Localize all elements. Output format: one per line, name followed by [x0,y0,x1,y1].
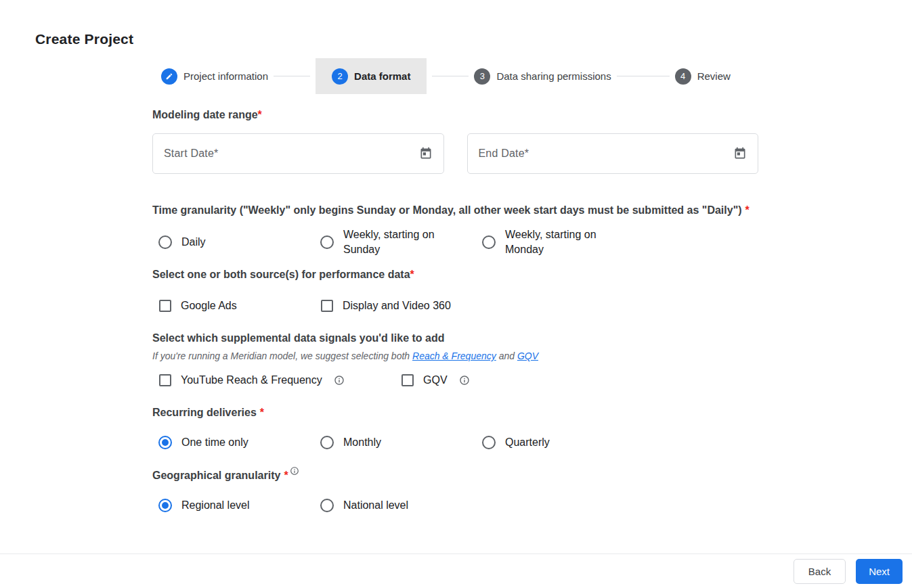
checkbox-label: GQV [423,373,448,388]
step-data-sharing-permissions[interactable]: 3 Data sharing permissions [474,68,611,85]
back-button[interactable]: Back [794,559,846,584]
checkbox-label: Display and Video 360 [343,298,451,313]
step-number-badge: 4 [675,68,691,85]
performance-sources-label: Select one or both source(s) for perform… [152,265,758,284]
radio-label: Regional level [181,498,250,513]
radio-weekly-monday[interactable]: Weekly, starting on Monday [482,227,758,257]
checkbox-gqv[interactable]: GQV [401,372,758,388]
step-number-badge: 3 [474,68,490,85]
start-date-placeholder: Start Date* [164,148,218,160]
time-granularity-label: Time granularity ("Weekly" only begins S… [152,201,758,219]
radio-label: National level [343,498,408,513]
performance-sources-options: Google Ads Display and Video 360 [152,298,758,314]
radio-icon[interactable] [320,499,334,512]
radio-icon[interactable] [320,436,334,449]
radio-label: Weekly, starting on Monday [505,227,615,257]
radio-daily[interactable]: Daily [158,234,320,250]
radio-label: Weekly, starting on Sunday [343,227,453,257]
step-label: Project information [183,70,268,82]
step-project-information[interactable]: Project information [161,68,268,85]
required-asterisk: * [284,470,288,481]
data-format-form: Modeling date range* Start Date* End Dat… [152,106,758,514]
supplemental-signals-hint: If you're running a Meridian model, we s… [152,350,758,361]
required-asterisk: * [745,204,750,216]
step-connector [274,76,310,76]
page-title: Create Project [35,31,912,47]
time-granularity-options: Daily Weekly, starting on Sunday Weekly,… [152,227,758,257]
radio-weekly-sunday[interactable]: Weekly, starting on Sunday [320,227,482,257]
supplemental-signals-options: YouTube Reach & Frequency GQV [152,372,758,388]
required-asterisk: * [410,269,414,280]
radio-label: Daily [181,235,206,250]
start-date-input[interactable]: Start Date* [152,133,444,174]
wizard-footer: Back Next [0,553,912,588]
checkbox-display-video-360[interactable]: Display and Video 360 [321,298,483,314]
info-icon[interactable] [334,375,345,386]
calendar-icon[interactable] [733,147,747,160]
radio-label: Quarterly [505,435,550,450]
radio-label: One time only [181,435,248,450]
geographical-granularity-label: Geographical granularity* [152,466,758,484]
reach-frequency-link[interactable]: Reach & Frequency [412,350,496,361]
info-icon[interactable] [459,375,470,386]
edit-pencil-icon [161,68,177,85]
radio-icon[interactable] [158,436,172,449]
end-date-input[interactable]: End Date* [467,133,759,174]
radio-one-time-only[interactable]: One time only [158,434,320,451]
calendar-icon[interactable] [419,147,433,160]
info-icon[interactable] [290,466,299,476]
step-label: Data sharing permissions [496,70,611,82]
checkbox-icon[interactable] [159,300,171,312]
checkbox-label: Google Ads [181,298,237,313]
radio-regional-level[interactable]: Regional level [158,497,320,514]
radio-icon[interactable] [158,499,172,512]
radio-icon[interactable] [482,436,496,449]
required-asterisk: * [258,109,262,120]
recurring-deliveries-options: One time only Monthly Quarterly [152,434,758,451]
radio-label: Monthly [343,435,381,450]
radio-monthly[interactable]: Monthly [320,434,482,451]
radio-icon[interactable] [158,235,172,249]
step-data-format[interactable]: 2 Data format [316,58,427,94]
gqv-link[interactable]: GQV [517,350,538,361]
checkbox-icon[interactable] [321,300,333,312]
supplemental-signals-label: Select which supplemental data signals y… [152,329,758,347]
checkbox-icon[interactable] [401,374,414,386]
end-date-placeholder: End Date* [479,148,529,160]
wizard-stepper: Project information 2 Data format 3 Data… [161,58,912,94]
required-asterisk: * [260,407,264,418]
step-label: Data format [354,70,410,82]
next-button[interactable]: Next [856,559,903,584]
checkbox-youtube-reach-frequency[interactable]: YouTube Reach & Frequency [159,372,401,388]
radio-icon[interactable] [320,235,334,249]
radio-icon[interactable] [482,235,496,249]
step-connector [432,76,469,76]
recurring-deliveries-label: Recurring deliveries* [152,403,758,422]
radio-quarterly[interactable]: Quarterly [482,434,758,451]
checkbox-label: YouTube Reach & Frequency [181,373,322,388]
step-number-badge: 2 [332,68,348,85]
date-range-row: Start Date* End Date* [152,133,758,174]
checkbox-icon[interactable] [159,374,171,386]
geographical-granularity-options: Regional level National level [152,497,758,514]
checkbox-google-ads[interactable]: Google Ads [159,298,321,314]
step-connector [617,76,670,76]
step-review[interactable]: 4 Review [675,68,731,85]
modeling-date-range-label: Modeling date range* [152,106,758,124]
step-label: Review [697,70,731,82]
radio-national-level[interactable]: National level [320,497,482,514]
